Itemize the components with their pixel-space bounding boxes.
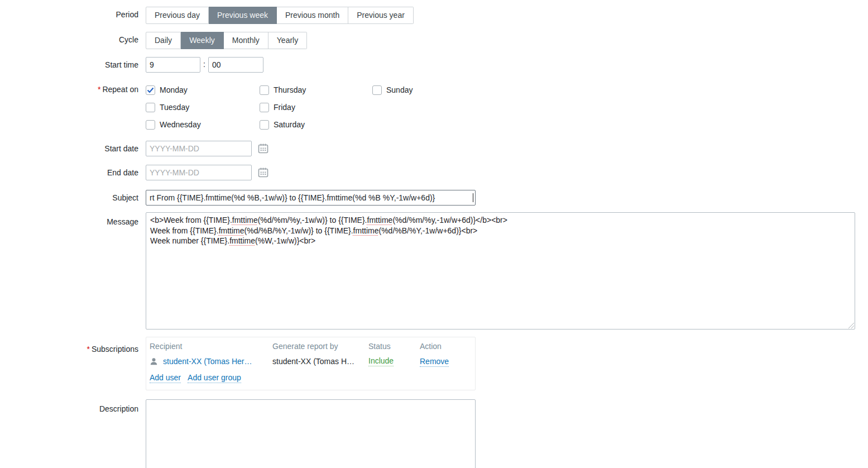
action-cell: Remove	[420, 357, 472, 366]
column-header-recipient: Recipient	[150, 342, 272, 351]
scheduled-report-form-page: Period Previous day Previous week Previo…	[0, 0, 868, 468]
subscriptions-table: Recipient Generate report by Status Acti…	[146, 337, 476, 390]
description-row: Description	[0, 399, 868, 468]
period-row: Period Previous day Previous week Previo…	[0, 7, 868, 24]
checkbox[interactable]	[372, 85, 382, 95]
end-date-calendar-button[interactable]	[257, 166, 270, 179]
start-date-row: Start date	[0, 141, 868, 156]
check-icon	[147, 87, 154, 93]
user-icon	[150, 357, 158, 366]
subject-field-wrap	[146, 190, 476, 206]
day-checkbox-monday[interactable]: Monday	[146, 84, 260, 96]
calendar-icon	[257, 142, 270, 155]
checkbox[interactable]	[146, 120, 155, 130]
subscriptions-add-links: Add user Add user group	[150, 372, 472, 383]
cycle-option-daily[interactable]: Daily	[146, 32, 181, 49]
message-textarea[interactable]: <b>Week from {{TIME}.fmttime(%d/%m/%y,-1…	[146, 212, 855, 329]
recipient-cell: student-XX (Tomas Her…	[150, 357, 272, 366]
time-separator: :	[200, 57, 205, 69]
start-time-label: Start time	[0, 57, 138, 69]
text-caret	[473, 193, 473, 202]
period-option-previous-month[interactable]: Previous month	[277, 7, 348, 24]
start-date-calendar-button[interactable]	[257, 142, 270, 155]
subscription-table-row: student-XX (Tomas Her… student-XX (Tomas…	[150, 356, 472, 372]
repeat-on-row: *Repeat on Monday Tuesday	[0, 84, 868, 131]
repeat-on-label: *Repeat on	[0, 84, 138, 94]
cycle-option-weekly[interactable]: Weekly	[181, 32, 224, 49]
checkbox[interactable]	[146, 85, 155, 95]
day-checkbox-friday[interactable]: Friday	[260, 101, 372, 113]
status-cell: Include	[368, 356, 420, 366]
period-segmented-control: Previous day Previous week Previous mont…	[146, 7, 414, 24]
day-checkbox-sunday[interactable]: Sunday	[372, 84, 413, 96]
remove-link[interactable]: Remove	[420, 357, 449, 367]
required-asterisk: *	[87, 345, 90, 354]
calendar-icon	[257, 166, 270, 179]
end-date-row: End date	[0, 165, 868, 180]
start-time-hours-input[interactable]	[146, 57, 200, 73]
resize-grip-icon[interactable]	[847, 322, 854, 328]
start-date-input[interactable]	[146, 141, 252, 156]
subject-row: Subject	[0, 190, 868, 206]
description-textarea[interactable]	[146, 399, 476, 468]
status-include-link[interactable]: Include	[368, 356, 394, 366]
start-date-label: Start date	[0, 141, 138, 153]
start-time-minutes-input[interactable]	[208, 57, 263, 73]
subscriptions-row: *Subscriptions Recipient Generate report…	[0, 337, 868, 390]
period-option-previous-year[interactable]: Previous year	[348, 7, 414, 24]
day-checkbox-wednesday[interactable]: Wednesday	[146, 118, 260, 131]
subscriptions-table-header: Recipient Generate report by Status Acti…	[150, 342, 472, 356]
column-header-generate-report-by: Generate report by	[272, 342, 368, 351]
required-asterisk: *	[98, 85, 100, 94]
cycle-option-monthly[interactable]: Monthly	[224, 32, 268, 49]
checkbox[interactable]	[260, 120, 269, 130]
cycle-segmented-control: Daily Weekly Monthly Yearly	[146, 32, 307, 49]
subject-input[interactable]	[146, 190, 476, 206]
cycle-option-yearly[interactable]: Yearly	[268, 32, 307, 49]
period-label: Period	[0, 7, 138, 19]
add-user-link[interactable]: Add user	[150, 373, 181, 383]
column-header-action: Action	[420, 342, 472, 351]
message-row: Message <b>Week from {{TIME}.fmttime(%d/…	[0, 212, 868, 329]
day-checkbox-tuesday[interactable]: Tuesday	[146, 101, 260, 113]
cycle-label: Cycle	[0, 32, 138, 44]
generate-report-by-cell: student-XX (Tomas H…	[272, 357, 368, 366]
column-header-status: Status	[368, 342, 420, 351]
end-date-input[interactable]	[146, 165, 252, 180]
period-option-previous-day[interactable]: Previous day	[146, 7, 209, 24]
subject-label: Subject	[0, 190, 138, 202]
day-checkbox-thursday[interactable]: Thursday	[260, 84, 372, 96]
cycle-row: Cycle Daily Weekly Monthly Yearly	[0, 32, 868, 49]
message-label: Message	[0, 212, 138, 226]
period-option-previous-week[interactable]: Previous week	[209, 7, 277, 24]
start-time-row: Start time :	[0, 57, 868, 73]
subscriptions-label: *Subscriptions	[0, 337, 138, 354]
end-date-label: End date	[0, 165, 138, 177]
checkbox[interactable]	[260, 85, 269, 95]
scheduled-report-form: Period Previous day Previous week Previo…	[0, 0, 868, 468]
day-checkbox-saturday[interactable]: Saturday	[260, 118, 372, 131]
checkbox[interactable]	[146, 103, 155, 112]
recipient-user-link[interactable]: student-XX (Tomas Her…	[163, 357, 252, 366]
repeat-day-columns: Monday Tuesday Wednesday	[146, 84, 413, 131]
checkbox[interactable]	[260, 103, 269, 112]
add-user-group-link[interactable]: Add user group	[188, 373, 241, 383]
description-label: Description	[0, 399, 138, 413]
